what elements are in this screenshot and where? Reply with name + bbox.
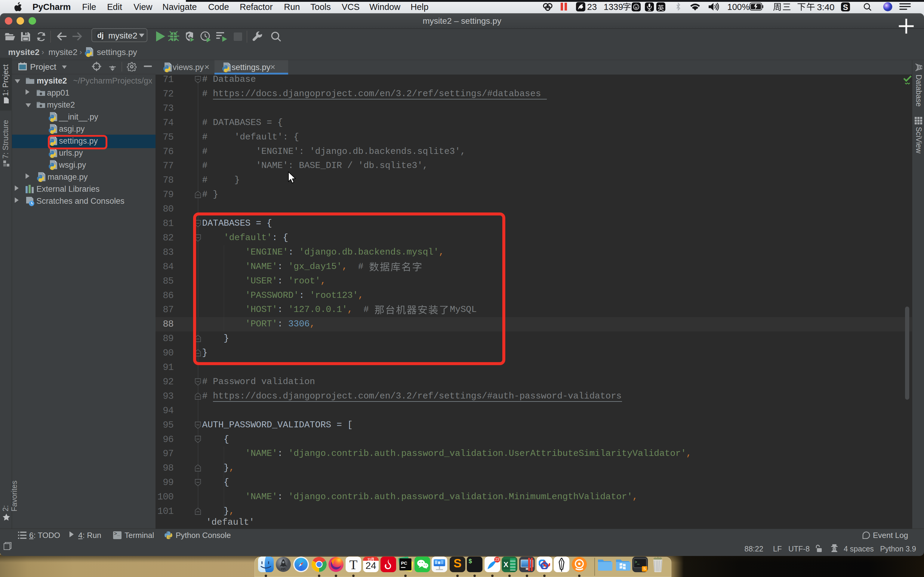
svg-text:PC: PC [401, 561, 407, 566]
